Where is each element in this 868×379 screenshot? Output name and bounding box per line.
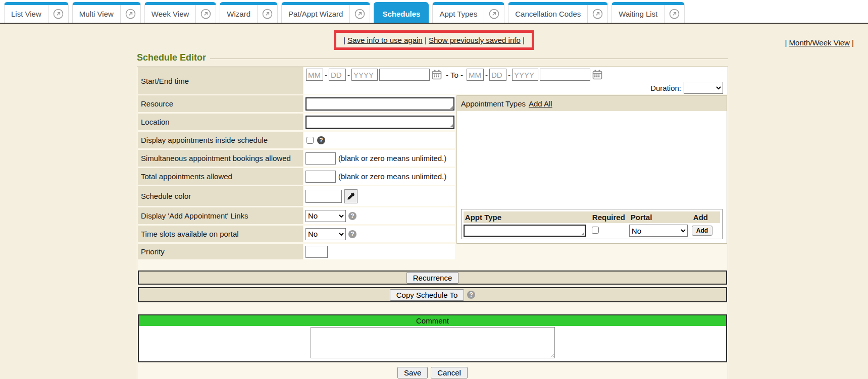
priority-row: Priority bbox=[138, 244, 455, 259]
portal-select[interactable]: No bbox=[629, 225, 688, 237]
cancel-button[interactable]: Cancel bbox=[431, 367, 468, 378]
location-label: Location bbox=[138, 114, 303, 130]
copy-schedule-button[interactable]: Copy Schedule To bbox=[390, 289, 464, 301]
appt-type-add-box: Appt Type Required Portal Add No bbox=[461, 209, 723, 239]
pipe-separator: | bbox=[523, 36, 525, 44]
end-year-input[interactable] bbox=[512, 69, 538, 81]
tab-week-view[interactable]: Week View bbox=[144, 2, 216, 23]
tab-wizard[interactable]: Wizard bbox=[220, 2, 278, 23]
priority-label: Priority bbox=[138, 244, 303, 259]
left-form-column: Resource Location bbox=[138, 95, 455, 259]
tab-label: Schedules bbox=[374, 5, 428, 23]
schedule-color-label: Schedule color bbox=[138, 186, 303, 206]
save-button[interactable]: Save bbox=[397, 367, 428, 378]
calendar-icon[interactable] bbox=[431, 69, 442, 80]
help-icon[interactable]: ? bbox=[348, 230, 356, 238]
add-appointment-links-select[interactable]: No bbox=[305, 210, 346, 222]
location-input[interactable] bbox=[305, 116, 454, 129]
tab-label: List View bbox=[5, 5, 48, 23]
show-saved-info-link[interactable]: Show previously saved info bbox=[429, 36, 521, 44]
start-time-input[interactable] bbox=[379, 69, 430, 81]
appt-type-table-row: No Add bbox=[464, 225, 720, 237]
end-time-input[interactable] bbox=[540, 69, 590, 81]
required-checkbox[interactable] bbox=[592, 227, 599, 234]
add-all-link[interactable]: Add All bbox=[529, 99, 552, 108]
pipe-separator: | bbox=[785, 38, 787, 47]
appointment-types-panel: Appointment Types Add All Appt Type Requ… bbox=[456, 95, 727, 244]
month-week-view-row: | Month/Week View | bbox=[785, 38, 854, 47]
portal-column-header: Portal bbox=[629, 213, 692, 222]
appt-type-input[interactable] bbox=[464, 225, 586, 237]
tab-appt-types[interactable]: Appt Types bbox=[432, 2, 504, 23]
schedule-editor-form: Start/End time - - - To - - - bbox=[137, 66, 728, 379]
tab-schedules[interactable]: Schedules bbox=[374, 2, 429, 23]
form-columns: Resource Location bbox=[138, 95, 727, 259]
add-appt-type-button[interactable]: Add bbox=[692, 226, 712, 236]
page-content: | Month/Week View | | Save info to use a… bbox=[0, 30, 868, 379]
resource-row: Resource bbox=[138, 95, 455, 112]
appointment-types-title: Appointment Types bbox=[461, 99, 526, 108]
tab-pat-appt-wizard[interactable]: Pat/Appt Wizard bbox=[281, 2, 370, 23]
end-month-input[interactable] bbox=[467, 69, 484, 81]
appointment-types-header: Appointment Types Add All bbox=[457, 96, 727, 111]
date-dash: - bbox=[508, 71, 510, 79]
resource-input[interactable] bbox=[305, 97, 454, 111]
date-dash: - bbox=[325, 71, 327, 79]
tab-list-view[interactable]: List View bbox=[4, 2, 69, 23]
total-appointments-input[interactable] bbox=[305, 171, 336, 183]
start-month-input[interactable] bbox=[306, 69, 323, 81]
comment-body bbox=[139, 326, 726, 361]
date-dash: - bbox=[347, 71, 350, 79]
help-icon[interactable]: ? bbox=[467, 291, 475, 299]
date-inputs-line: - - - To - - - bbox=[304, 67, 727, 81]
tab-waiting-list[interactable]: Waiting List bbox=[611, 2, 685, 23]
start-day-input[interactable] bbox=[329, 69, 346, 81]
external-link-icon[interactable] bbox=[257, 5, 277, 23]
external-link-icon[interactable] bbox=[484, 5, 504, 23]
external-link-icon[interactable] bbox=[120, 5, 140, 23]
simultaneous-bookings-label: Simultaneous appointment bookings allowe… bbox=[138, 150, 303, 167]
priority-input[interactable] bbox=[305, 246, 328, 258]
recurrence-bar: Recurrence bbox=[138, 270, 727, 285]
total-appointments-row: Total appointments allowed (blank or zer… bbox=[138, 168, 455, 185]
time-slots-portal-select[interactable]: No bbox=[305, 228, 346, 240]
help-icon[interactable]: ? bbox=[317, 136, 325, 144]
simultaneous-bookings-input[interactable] bbox=[305, 152, 336, 165]
tab-label: Week View bbox=[145, 5, 195, 23]
time-slots-portal-row: Time slots available on portal No ? bbox=[138, 226, 455, 242]
external-link-icon[interactable] bbox=[664, 5, 684, 23]
top-tab-bar: List View Multi View Week View Wizard Pa… bbox=[0, 0, 868, 24]
external-link-icon[interactable] bbox=[195, 5, 216, 23]
schedule-editor-legend: Schedule Editor bbox=[137, 52, 728, 63]
pipe-separator: | bbox=[425, 36, 427, 44]
help-icon[interactable]: ? bbox=[348, 212, 356, 220]
legend-line bbox=[210, 59, 728, 59]
color-picker-button[interactable] bbox=[344, 189, 358, 203]
pipe-separator: | bbox=[343, 36, 345, 44]
start-end-label: Start/End time bbox=[138, 67, 303, 94]
tab-label: Cancellation Codes bbox=[508, 5, 587, 23]
time-slots-portal-label: Time slots available on portal bbox=[138, 226, 303, 242]
appt-type-combo bbox=[464, 225, 586, 237]
recurrence-button[interactable]: Recurrence bbox=[406, 272, 459, 284]
calendar-icon[interactable] bbox=[592, 69, 603, 80]
display-appointments-checkbox[interactable] bbox=[307, 137, 314, 144]
page-title: Schedule Editor bbox=[137, 52, 206, 63]
display-appointments-label: Display appointments inside schedule bbox=[138, 132, 303, 148]
schedule-color-input[interactable] bbox=[305, 190, 342, 203]
external-link-icon[interactable] bbox=[349, 5, 370, 23]
duration-label: Duration: bbox=[650, 84, 681, 92]
duration-select[interactable] bbox=[684, 82, 723, 94]
comment-textarea[interactable] bbox=[311, 327, 555, 358]
tab-multi-view[interactable]: Multi View bbox=[72, 2, 141, 23]
saved-info-annotation-box: | Save info to use again | Show previous… bbox=[334, 30, 534, 50]
save-info-link[interactable]: Save info to use again bbox=[347, 36, 422, 44]
month-week-view-link[interactable]: Month/Week View bbox=[789, 38, 850, 47]
end-day-input[interactable] bbox=[489, 69, 506, 81]
start-year-input[interactable] bbox=[351, 69, 378, 81]
tab-label: Pat/Appt Wizard bbox=[282, 5, 349, 23]
tab-cancellation-codes[interactable]: Cancellation Codes bbox=[508, 2, 608, 23]
location-combo bbox=[305, 116, 454, 129]
external-link-icon[interactable] bbox=[587, 5, 607, 23]
external-link-icon[interactable] bbox=[48, 5, 68, 23]
